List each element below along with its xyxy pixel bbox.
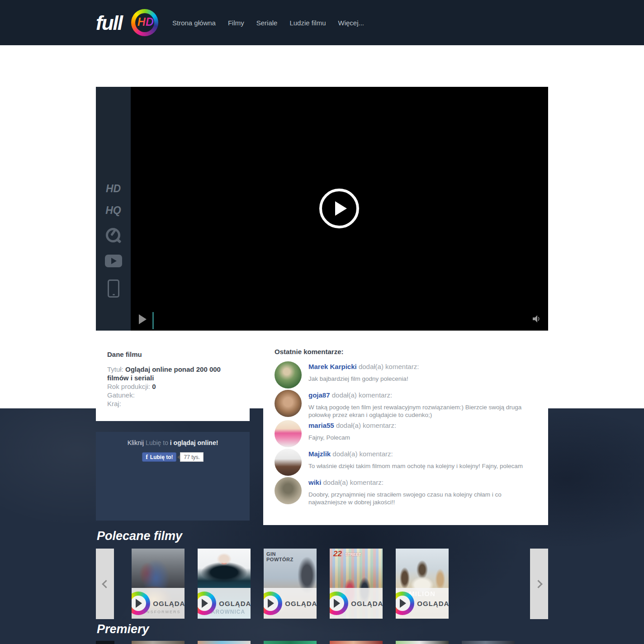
section-heading-premiery: Premiery [97, 622, 149, 636]
site-logo[interactable]: full HD [96, 7, 150, 38]
comment-username[interactable]: maria55 [308, 421, 334, 429]
comment-item: goja87 dodał(a) komentarz: W taką pogodę… [275, 390, 537, 419]
poster-na-skraju-jutra[interactable]: GIN POWTÓRZ OGLĄDAJ [264, 549, 317, 619]
video-player[interactable]: HD HQ [96, 87, 548, 331]
watch-button[interactable]: OGLĄDAJ [330, 592, 383, 615]
premiery-poster-sliver[interactable] [132, 641, 185, 644]
facebook-panel: Kliknij Lubię to i oglądaj online! f Lub… [96, 432, 250, 521]
film-field-country: Kraj: [107, 399, 236, 408]
comment-item: Marek Karpicki dodał(a) komentarz: Jak b… [275, 361, 537, 388]
watch-label: OGLĄDAJ [351, 600, 383, 607]
avatar[interactable] [275, 449, 302, 476]
comment-name-line: maria55 dodał(a) komentarz: [308, 421, 396, 429]
premiery-prev-button[interactable] [96, 641, 114, 644]
prompt-part: Kliknij [128, 439, 144, 446]
comment-text: Doobry, przynajmniej nie straciłem swoje… [308, 491, 532, 506]
comment-username[interactable]: Marek Karpicki [308, 363, 357, 370]
comment-username[interactable]: wiki [308, 478, 321, 486]
film-info-card: Dane filmu Tytuł: Oglądaj online ponad 2… [96, 331, 250, 421]
like-button-label: Lubię to! [150, 454, 173, 460]
premiery-poster-sliver[interactable] [396, 641, 449, 644]
avatar[interactable] [275, 361, 302, 388]
poster-overlay: OGLĄDAJ [264, 588, 317, 619]
seek-cursor[interactable] [152, 312, 154, 329]
watch-button[interactable]: OGLĄDAJ [264, 592, 317, 615]
comment-body: Majzlik dodał(a) komentarz: To właśnie d… [308, 449, 523, 476]
comment-body: wiki dodał(a) komentarz: Doobry, przynaj… [308, 477, 532, 506]
poster-22-jump-street[interactable]: 22 STREET OGLĄDAJ [330, 549, 383, 619]
poster-transformers[interactable]: TRANSFORMERS OGLĄDAJ [132, 549, 185, 619]
nav-item-filmy[interactable]: Filmy [228, 19, 244, 27]
section-heading-polecane: Polecane filmy [97, 529, 182, 543]
like-count-badge: 77 tys. [180, 452, 203, 462]
page: full HD Strona główna Filmy Seriale Ludz… [0, 0, 644, 644]
poster-overlay: CZAROWNICA OGLĄDAJ [198, 588, 251, 619]
avatar[interactable] [275, 390, 302, 417]
comment-item: Majzlik dodał(a) komentarz: To właśnie d… [275, 449, 537, 476]
premiery-poster-sliver[interactable] [330, 641, 383, 644]
prompt-part: Lubię to [146, 439, 168, 446]
nav-item-seriale[interactable]: Seriale [256, 19, 278, 27]
poster-title-text: 22 [333, 549, 342, 559]
facebook-f-icon: f [146, 454, 148, 461]
avatar[interactable] [275, 420, 302, 447]
rainbow-play-icon [396, 592, 414, 615]
film-field-genre: Gatunek: [107, 391, 236, 399]
field-label: Kraj: [107, 400, 121, 407]
chevron-right-icon [534, 580, 542, 588]
premiery-poster-sliver[interactable] [198, 641, 251, 644]
poster-overlay: TRANSFORMERS OGLĄDAJ [132, 588, 185, 619]
comment-body: Marek Karpicki dodał(a) komentarz: Jak b… [308, 361, 419, 388]
carousel-prev-button[interactable] [96, 549, 114, 619]
facebook-like-row: f Lubię to! 77 tys. [96, 452, 250, 462]
quicktime-icon[interactable] [106, 228, 120, 242]
comment-text: W taką pogodę ten film jest rewalacyjnym… [308, 403, 532, 419]
poster-milion-sposobow[interactable]: MILION OGLĄDAJ [396, 549, 449, 619]
comment-item: wiki dodał(a) komentarz: Doobry, przynaj… [275, 477, 537, 506]
comment-suffix: dodał(a) komentarz: [323, 478, 384, 486]
comment-username[interactable]: Majzlik [308, 450, 331, 458]
prompt-part: i oglądaj online! [170, 439, 218, 446]
film-info-heading: Dane filmu [107, 350, 236, 358]
nav-item-strona-glowna[interactable]: Strona główna [172, 19, 216, 27]
logo-badge: HD [133, 15, 158, 28]
poster-czarownica[interactable]: CZAROWNICA OGLĄDAJ [198, 549, 251, 619]
comment-text: To właśnie dzięki takim filmom mam ochot… [308, 462, 523, 470]
youtube-icon[interactable] [105, 255, 122, 267]
rainbow-play-icon [264, 592, 282, 615]
comments-heading: Ostatnie komentarze: [275, 348, 537, 355]
premiery-poster-sliver[interactable] [264, 641, 317, 644]
comment-username[interactable]: goja87 [308, 391, 330, 399]
field-value: 0 [152, 383, 156, 390]
watch-label: OGLĄDAJ [417, 600, 449, 607]
premiery-poster-sliver[interactable] [462, 641, 515, 644]
comment-suffix: dodał(a) komentarz: [332, 391, 392, 399]
watch-label: OGLĄDAJ [285, 600, 317, 607]
watch-button[interactable]: OGLĄDAJ [132, 592, 185, 615]
facebook-like-button[interactable]: f Lubię to! [142, 452, 176, 462]
avatar[interactable] [275, 477, 302, 504]
volume-icon[interactable] [533, 315, 541, 322]
mobile-icon[interactable] [108, 279, 119, 298]
facebook-prompt: Kliknij Lubię to i oglądaj online! [96, 439, 250, 446]
comment-name-line: Marek Karpicki dodał(a) komentarz: [308, 363, 419, 370]
logo-text: full [96, 12, 122, 34]
comment-text: Fajny, Polecam [308, 434, 396, 441]
field-label: Gatunek: [107, 391, 135, 399]
watch-button[interactable]: OGLĄDAJ [198, 592, 251, 615]
comment-item: maria55 dodał(a) komentarz: Fajny, Polec… [275, 420, 537, 447]
nav-item-wiecej[interactable]: Więcej... [338, 19, 364, 27]
carousel-next-button[interactable] [530, 549, 548, 619]
nav-item-ludzie-filmu[interactable]: Ludzie filmu [289, 19, 326, 27]
quality-hd-button[interactable]: HD [96, 183, 131, 195]
comment-suffix: dodał(a) komentarz: [336, 421, 396, 429]
watch-button[interactable]: OGLĄDAJ [396, 592, 449, 615]
comment-name-line: Majzlik dodał(a) komentarz: [308, 450, 523, 458]
film-field-title: Tytuł: Oglądaj online ponad 200 000 film… [107, 365, 236, 382]
rainbow-play-icon [330, 592, 348, 615]
quality-hq-button[interactable]: HQ [96, 204, 131, 217]
chevron-left-icon [102, 580, 110, 588]
big-play-icon[interactable] [319, 189, 359, 228]
play-icon[interactable] [139, 314, 147, 324]
poster-overlay: MILION OGLĄDAJ [396, 588, 449, 619]
